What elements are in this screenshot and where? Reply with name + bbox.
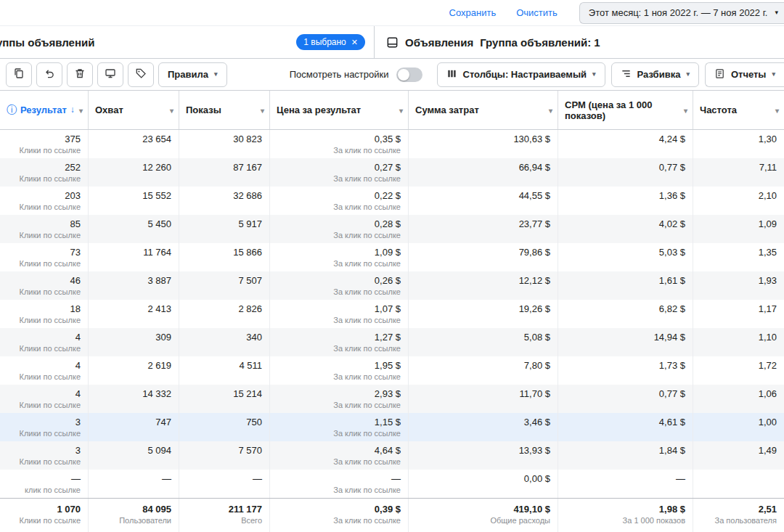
rules-button[interactable]: Правила ▾ — [158, 62, 227, 87]
cell-cpm: 0,77 $ — [558, 385, 693, 413]
duplicate-button[interactable] — [6, 62, 32, 87]
column-label: Сумма затрат — [415, 105, 479, 115]
cell-result: 46 Клики по ссылке — [0, 271, 89, 300]
columns-button[interactable]: Столбцы: Настраиваемый ▾ — [437, 62, 605, 87]
cell-frequency: 7,11 — [693, 158, 784, 187]
caret-down-icon[interactable]: ▾ — [775, 105, 779, 115]
table-row[interactable]: 85 Клики по ссылке 5 450 5 917 0,28 $ За… — [0, 215, 784, 243]
table-row[interactable]: 3 Клики по ссылке 747 750 1,15 $ За клик… — [0, 413, 784, 441]
table-row[interactable]: 252 Клики по ссылке 12 260 87 167 0,27 $… — [0, 158, 784, 187]
column-header-amount-spent[interactable]: Сумма затрат ▾ — [409, 91, 558, 129]
table-row[interactable]: 4 Клики по ссылке 309 340 1,27 $ За клик… — [0, 328, 784, 356]
cell-frequency: 1,30 — [693, 130, 784, 158]
cell-frequency: 1,17 — [693, 300, 784, 328]
cell-cpm: 5,03 $ — [558, 243, 693, 271]
cell-impressions: — — [179, 470, 270, 498]
caret-down-icon[interactable]: ▾ — [79, 105, 83, 115]
cell-amount-spent: 44,55 $ — [409, 187, 558, 215]
cell-amount-spent: 5,08 $ — [409, 328, 558, 356]
column-header-cpm[interactable]: CPM (цена за 1 000 показов) ▾ — [558, 91, 693, 129]
cell-result: 375 Клики по ссылке — [0, 130, 89, 158]
table-row[interactable]: 4 Клики по ссылке 2 619 4 511 1,95 $ За … — [0, 356, 784, 385]
reports-icon — [714, 68, 725, 81]
cell-cost-per-result: 1,95 $ За клик по ссылке — [270, 356, 409, 385]
delete-button[interactable] — [67, 62, 93, 87]
caret-down-icon: ▾ — [775, 9, 778, 16]
cell-amount-spent: 19,26 $ — [409, 300, 558, 328]
cell-impressions: 340 — [179, 328, 270, 356]
breakdown-button[interactable]: Разбивка ▾ — [611, 62, 699, 87]
cell-frequency: 1,72 — [693, 356, 784, 385]
table-row[interactable]: 73 Клики по ссылке 11 764 15 866 1,09 $ … — [0, 243, 784, 271]
totals-cell-amount-spent: 419,10 $ Общие расходы — [409, 499, 558, 532]
selected-count-badge[interactable]: 1 выбрано ✕ — [296, 34, 365, 50]
column-label: Частота — [700, 105, 737, 115]
reports-label: Отчеты — [731, 69, 767, 80]
cell-result: 18 Клики по ссылке — [0, 300, 89, 328]
column-header-cost-per-result[interactable]: Цена за результат ▾ — [270, 91, 409, 129]
toolbar: Правила ▾ Посмотреть настройки Столбцы: … — [0, 59, 784, 91]
tab-ads[interactable]: Объявления Группа объявлений: 1 — [374, 26, 784, 58]
cell-frequency: 1,10 — [693, 328, 784, 356]
cell-result: 3 Клики по ссылке — [0, 441, 89, 470]
totals-impressions-value: 211 177 — [229, 503, 262, 515]
cell-amount-spent: 66,94 $ — [409, 158, 558, 187]
cell-impressions: 2 826 — [179, 300, 270, 328]
close-icon[interactable]: ✕ — [351, 38, 358, 47]
reports-button[interactable]: Отчеты ▾ — [705, 62, 784, 87]
date-range-button[interactable]: Этот месяц: 1 ноя 2022 г. — 7 ноя 2022 г… — [579, 2, 784, 24]
table-row[interactable]: 46 Клики по ссылке 3 887 7 507 0,26 $ За… — [0, 271, 784, 300]
table-row[interactable]: 375 Клики по ссылке 23 654 30 823 0,35 $… — [0, 130, 784, 158]
save-link[interactable]: Сохранить — [449, 7, 497, 18]
cell-result: 4 Клики по ссылке — [0, 385, 89, 413]
column-label: CPM (цена за 1 000 показов) — [565, 99, 677, 121]
caret-down-icon[interactable]: ▾ — [549, 105, 552, 115]
table-row[interactable]: 4 Клики по ссылке 14 332 15 214 2,93 $ З… — [0, 385, 784, 413]
column-header-result[interactable]: ⓘ Результат ↓ ▾ — [0, 91, 89, 129]
rules-label: Правила — [168, 69, 208, 80]
tab-adsets[interactable]: Группы объявлений 1 выбрано ✕ — [0, 26, 374, 58]
column-label: Охват — [95, 105, 123, 115]
column-header-frequency[interactable]: Частота ▾ — [693, 91, 784, 129]
column-header-reach[interactable]: Охват ▾ — [89, 91, 179, 129]
preview-button[interactable] — [97, 62, 123, 87]
cell-amount-spent: 79,86 $ — [409, 243, 558, 271]
cell-reach: 15 552 — [89, 187, 179, 215]
table-row[interactable]: 3 Клики по ссылке 5 094 7 570 4,64 $ За … — [0, 441, 784, 470]
sort-desc-icon: ↓ — [70, 105, 75, 115]
cell-reach: 747 — [89, 413, 179, 441]
cell-cpm: 4,02 $ — [558, 215, 693, 243]
view-settings-toggle[interactable] — [396, 67, 422, 82]
cell-cost-per-result: 0,27 $ За клик по ссылке — [270, 158, 409, 187]
caret-down-icon[interactable]: ▾ — [399, 105, 403, 115]
totals-cpm-value: 1,98 $ — [659, 503, 685, 515]
caret-down-icon[interactable]: ▾ — [170, 105, 173, 115]
tag-icon — [135, 67, 147, 82]
table-row[interactable]: — клик по ссылке — — — За клик по ссылке… — [0, 470, 784, 498]
cell-reach: 5 094 — [89, 441, 179, 470]
cell-reach: 2 619 — [89, 356, 179, 385]
column-label: Показы — [186, 105, 221, 115]
undo-icon — [44, 67, 55, 82]
caret-down-icon: ▾ — [592, 71, 596, 78]
table-row[interactable]: 18 Клики по ссылке 2 413 2 826 1,07 $ За… — [0, 300, 784, 328]
tag-button[interactable] — [128, 62, 154, 87]
cell-impressions: 7 507 — [179, 271, 270, 300]
cell-cpm: 4,61 $ — [558, 413, 693, 441]
cell-result: 85 Клики по ссылке — [0, 215, 89, 243]
undo-button[interactable] — [36, 62, 62, 87]
entity-tabs: Группы объявлений 1 выбрано ✕ Объявления… — [0, 26, 784, 59]
info-icon[interactable]: ⓘ — [7, 105, 17, 115]
cell-reach: — — [89, 470, 179, 498]
table-row[interactable]: 203 Клики по ссылке 15 552 32 686 0,22 $… — [0, 187, 784, 215]
cell-cost-per-result: 2,93 $ За клик по ссылке — [270, 385, 409, 413]
totals-impressions-sublabel: Всего — [241, 515, 262, 525]
column-header-impressions[interactable]: Показы ▾ — [179, 91, 270, 129]
date-range-label: Этот месяц: 1 ноя 2022 г. — 7 ноя 2022 г… — [589, 7, 768, 18]
clear-link[interactable]: Очистить — [516, 7, 558, 18]
cell-cost-per-result: 1,07 $ За клик по ссылке — [270, 300, 409, 328]
breakdown-icon — [621, 68, 632, 81]
caret-down-icon[interactable]: ▾ — [261, 105, 264, 115]
caret-down-icon[interactable]: ▾ — [684, 105, 687, 115]
duplicate-icon — [13, 67, 25, 82]
